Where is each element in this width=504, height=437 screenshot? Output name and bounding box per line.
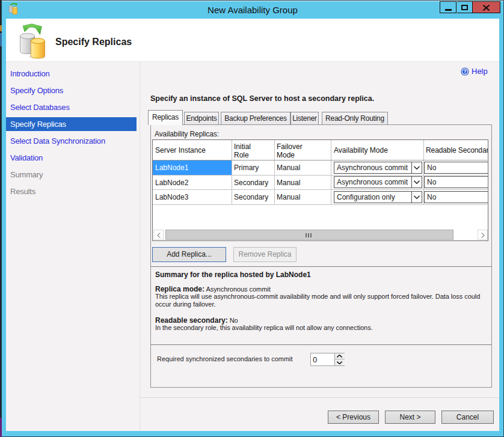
svg-text:?: ?	[463, 69, 466, 75]
